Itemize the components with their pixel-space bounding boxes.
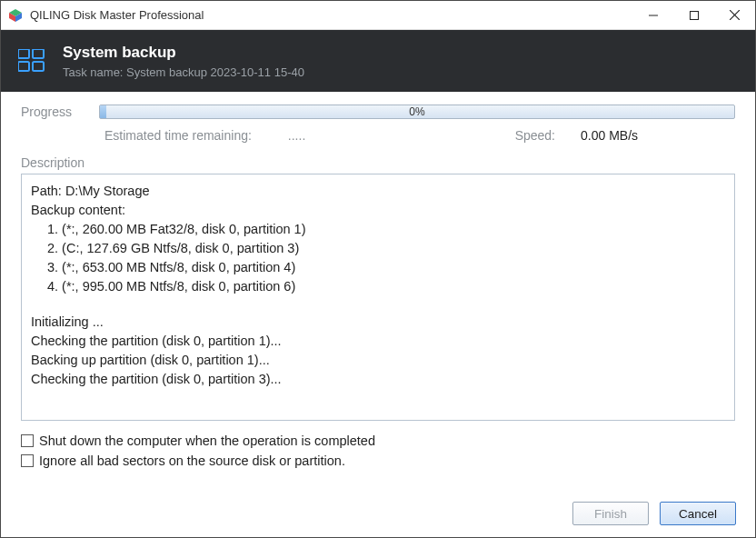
description-box[interactable]: Path: D:\My Storage Backup content: 1. (… [21, 174, 735, 421]
desc-log-line: Initializing ... [31, 313, 725, 332]
minimize-button[interactable] [632, 1, 673, 30]
backup-icon [17, 46, 46, 75]
ignore-checkbox-row[interactable]: Ignore all bad sectors on the source dis… [21, 453, 735, 468]
page-header: System backup Task name: System backup 2… [1, 30, 755, 92]
desc-item: 3. (*:, 653.00 MB Ntfs/8, disk 0, partit… [47, 258, 725, 277]
est-time-value: ..... [288, 128, 305, 143]
close-button[interactable] [714, 1, 755, 30]
description-label: Description [21, 155, 735, 170]
window-title: QILING Disk Master Professional [30, 8, 632, 22]
desc-content-heading: Backup content: [31, 201, 725, 220]
titlebar: QILING Disk Master Professional [1, 1, 755, 30]
desc-path: Path: D:\My Storage [31, 182, 725, 201]
cancel-button[interactable]: Cancel [660, 502, 736, 525]
shutdown-checkbox-row[interactable]: Shut down the computer when the operatio… [21, 433, 735, 448]
maximize-button[interactable] [673, 1, 714, 30]
desc-log-line: Backing up partition (disk 0, partition … [31, 351, 725, 370]
svg-rect-8 [33, 49, 44, 58]
finish-button: Finish [572, 502, 649, 525]
desc-item: 4. (*:, 995.00 MB Ntfs/8, disk 0, partit… [47, 277, 725, 296]
svg-rect-9 [18, 62, 29, 71]
svg-rect-10 [33, 62, 44, 71]
speed-label: Speed: [515, 128, 555, 143]
desc-item: 2. (C:, 127.69 GB Ntfs/8, disk 0, partit… [47, 239, 725, 258]
progress-label: Progress [21, 105, 86, 119]
svg-rect-7 [18, 49, 29, 58]
app-icon [8, 8, 23, 23]
progress-bar-fill [100, 105, 106, 118]
ignore-checkbox[interactable] [21, 454, 34, 467]
progress-bar: 0% [99, 105, 735, 119]
est-time-label: Estimated time remaining: [104, 128, 252, 143]
desc-item: 1. (*:, 260.00 MB Fat32/8, disk 0, parti… [47, 220, 725, 239]
desc-log-line: Checking the partition (disk 0, partitio… [31, 370, 725, 389]
desc-log-line: Checking the partition (disk 0, partitio… [31, 332, 725, 351]
svg-rect-4 [690, 11, 698, 19]
progress-percent: 0% [409, 105, 424, 118]
task-name-label: Task name: System backup 2023-10-11 15-4… [63, 65, 304, 79]
speed-value: 0.00 MB/s [581, 128, 662, 143]
ignore-checkbox-label: Ignore all bad sectors on the source dis… [39, 453, 345, 468]
shutdown-checkbox[interactable] [21, 434, 34, 447]
shutdown-checkbox-label: Shut down the computer when the operatio… [39, 433, 375, 448]
page-title: System backup [63, 44, 304, 62]
